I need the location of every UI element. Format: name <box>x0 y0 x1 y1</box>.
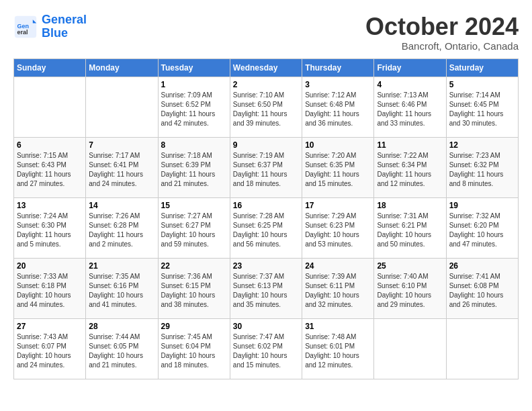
title-section: October 2024 Bancroft, Ontario, Canada <box>365 13 519 52</box>
day-info: Sunrise: 7:14 AMSunset: 6:45 PMDaylight:… <box>449 91 515 128</box>
day-number: 4 <box>377 80 443 89</box>
day-info: Sunrise: 7:09 AMSunset: 6:52 PMDaylight:… <box>161 91 227 128</box>
day-info: Sunrise: 7:37 AMSunset: 6:13 PMDaylight:… <box>233 272 299 310</box>
day-info: Sunrise: 7:41 AMSunset: 6:08 PMDaylight:… <box>449 272 515 310</box>
day-info: Sunrise: 7:23 AMSunset: 6:32 PMDaylight:… <box>449 151 515 189</box>
day-cell: 1 Sunrise: 7:09 AMSunset: 6:52 PMDayligh… <box>158 77 230 137</box>
day-number: 19 <box>449 201 515 210</box>
day-number: 27 <box>17 322 83 331</box>
day-cell: 30 Sunrise: 7:47 AMSunset: 6:02 PMDaylig… <box>230 318 302 379</box>
day-cell: 27 Sunrise: 7:43 AMSunset: 6:07 PMDaylig… <box>14 318 86 379</box>
day-cell: 15 Sunrise: 7:27 AMSunset: 6:27 PMDaylig… <box>158 197 230 258</box>
day-info: Sunrise: 7:43 AMSunset: 6:07 PMDaylight:… <box>17 332 83 370</box>
day-number: 29 <box>161 322 227 331</box>
day-info: Sunrise: 7:27 AMSunset: 6:27 PMDaylight:… <box>161 212 227 249</box>
day-cell: 9 Sunrise: 7:19 AMSunset: 6:37 PMDayligh… <box>230 137 302 197</box>
day-number: 21 <box>89 261 154 271</box>
day-number: 28 <box>89 322 154 331</box>
day-cell: 14 Sunrise: 7:26 AMSunset: 6:28 PMDaylig… <box>86 197 158 258</box>
day-info: Sunrise: 7:35 AMSunset: 6:16 PMDaylight:… <box>89 272 154 310</box>
day-info: Sunrise: 7:20 AMSunset: 6:35 PMDaylight:… <box>305 151 371 189</box>
day-number: 13 <box>17 201 83 210</box>
day-cell: 10 Sunrise: 7:20 AMSunset: 6:35 PMDaylig… <box>302 137 374 197</box>
week-row-5: 27 Sunrise: 7:43 AMSunset: 6:07 PMDaylig… <box>14 318 519 379</box>
day-number: 5 <box>449 80 515 89</box>
day-cell: 23 Sunrise: 7:37 AMSunset: 6:13 PMDaylig… <box>230 258 302 318</box>
day-cell: 29 Sunrise: 7:45 AMSunset: 6:04 PMDaylig… <box>158 318 230 379</box>
day-cell: 5 Sunrise: 7:14 AMSunset: 6:45 PMDayligh… <box>446 77 518 137</box>
day-cell: 24 Sunrise: 7:39 AMSunset: 6:11 PMDaylig… <box>302 258 374 318</box>
day-number: 26 <box>449 261 515 271</box>
day-number: 15 <box>161 201 227 210</box>
weekday-header-saturday: Saturday <box>446 58 518 77</box>
day-info: Sunrise: 7:10 AMSunset: 6:50 PMDaylight:… <box>233 91 299 128</box>
week-row-3: 13 Sunrise: 7:24 AMSunset: 6:30 PMDaylig… <box>14 197 519 258</box>
day-cell: 16 Sunrise: 7:28 AMSunset: 6:25 PMDaylig… <box>230 197 302 258</box>
day-cell: 25 Sunrise: 7:40 AMSunset: 6:10 PMDaylig… <box>374 258 446 318</box>
day-info: Sunrise: 7:24 AMSunset: 6:30 PMDaylight:… <box>17 212 83 249</box>
day-number: 18 <box>377 201 443 210</box>
day-number: 10 <box>305 140 371 150</box>
day-number: 7 <box>89 140 154 150</box>
day-number: 11 <box>377 140 443 150</box>
day-cell <box>14 77 86 137</box>
day-number: 8 <box>161 140 227 150</box>
day-cell: 21 Sunrise: 7:35 AMSunset: 6:16 PMDaylig… <box>86 258 158 318</box>
day-number: 17 <box>305 201 371 210</box>
day-info: Sunrise: 7:18 AMSunset: 6:39 PMDaylight:… <box>161 151 227 189</box>
weekday-header-friday: Friday <box>374 58 446 77</box>
header: Gen eral General Blue October 2024 Bancr… <box>13 13 519 52</box>
day-info: Sunrise: 7:47 AMSunset: 6:02 PMDaylight:… <box>233 332 299 370</box>
day-cell: 8 Sunrise: 7:18 AMSunset: 6:39 PMDayligh… <box>158 137 230 197</box>
day-cell: 6 Sunrise: 7:15 AMSunset: 6:43 PMDayligh… <box>14 137 86 197</box>
calendar-table: SundayMondayTuesdayWednesdayThursdayFrid… <box>13 58 519 379</box>
day-cell: 4 Sunrise: 7:13 AMSunset: 6:46 PMDayligh… <box>374 77 446 137</box>
day-info: Sunrise: 7:33 AMSunset: 6:18 PMDaylight:… <box>17 272 83 310</box>
svg-text:eral: eral <box>17 29 28 36</box>
day-number: 24 <box>305 261 371 271</box>
day-cell: 3 Sunrise: 7:12 AMSunset: 6:48 PMDayligh… <box>302 77 374 137</box>
day-number: 14 <box>89 201 154 210</box>
weekday-header-tuesday: Tuesday <box>158 58 230 77</box>
day-cell: 28 Sunrise: 7:44 AMSunset: 6:05 PMDaylig… <box>86 318 158 379</box>
day-cell: 26 Sunrise: 7:41 AMSunset: 6:08 PMDaylig… <box>446 258 518 318</box>
day-cell <box>374 318 446 379</box>
day-info: Sunrise: 7:36 AMSunset: 6:15 PMDaylight:… <box>161 272 227 310</box>
day-cell: 17 Sunrise: 7:29 AMSunset: 6:23 PMDaylig… <box>302 197 374 258</box>
weekday-header-wednesday: Wednesday <box>230 58 302 77</box>
day-number: 3 <box>305 80 371 89</box>
day-cell: 18 Sunrise: 7:31 AMSunset: 6:21 PMDaylig… <box>374 197 446 258</box>
day-info: Sunrise: 7:17 AMSunset: 6:41 PMDaylight:… <box>89 151 154 189</box>
logo: Gen eral General Blue <box>13 13 87 40</box>
day-cell: 22 Sunrise: 7:36 AMSunset: 6:15 PMDaylig… <box>158 258 230 318</box>
month-title: October 2024 <box>365 13 519 40</box>
day-cell: 20 Sunrise: 7:33 AMSunset: 6:18 PMDaylig… <box>14 258 86 318</box>
day-info: Sunrise: 7:32 AMSunset: 6:20 PMDaylight:… <box>449 212 515 249</box>
day-info: Sunrise: 7:28 AMSunset: 6:25 PMDaylight:… <box>233 212 299 249</box>
day-info: Sunrise: 7:19 AMSunset: 6:37 PMDaylight:… <box>233 151 299 189</box>
day-number: 12 <box>449 140 515 150</box>
day-info: Sunrise: 7:45 AMSunset: 6:04 PMDaylight:… <box>161 332 227 370</box>
day-info: Sunrise: 7:26 AMSunset: 6:28 PMDaylight:… <box>89 212 154 249</box>
day-cell <box>446 318 518 379</box>
logo-text: General Blue <box>42 13 87 40</box>
weekday-header-monday: Monday <box>86 58 158 77</box>
day-cell: 12 Sunrise: 7:23 AMSunset: 6:32 PMDaylig… <box>446 137 518 197</box>
day-cell: 11 Sunrise: 7:22 AMSunset: 6:34 PMDaylig… <box>374 137 446 197</box>
day-cell: 2 Sunrise: 7:10 AMSunset: 6:50 PMDayligh… <box>230 77 302 137</box>
day-number: 22 <box>161 261 227 271</box>
day-number: 25 <box>377 261 443 271</box>
day-number: 6 <box>17 140 83 150</box>
day-info: Sunrise: 7:13 AMSunset: 6:46 PMDaylight:… <box>377 91 443 128</box>
day-info: Sunrise: 7:31 AMSunset: 6:21 PMDaylight:… <box>377 212 443 249</box>
week-row-4: 20 Sunrise: 7:33 AMSunset: 6:18 PMDaylig… <box>14 258 519 318</box>
week-row-1: 1 Sunrise: 7:09 AMSunset: 6:52 PMDayligh… <box>14 77 519 137</box>
day-cell <box>86 77 158 137</box>
logo-icon: Gen eral <box>13 15 38 39</box>
day-cell: 19 Sunrise: 7:32 AMSunset: 6:20 PMDaylig… <box>446 197 518 258</box>
day-info: Sunrise: 7:12 AMSunset: 6:48 PMDaylight:… <box>305 91 371 128</box>
day-info: Sunrise: 7:40 AMSunset: 6:10 PMDaylight:… <box>377 272 443 310</box>
day-number: 31 <box>305 322 371 331</box>
day-number: 20 <box>17 261 83 271</box>
day-cell: 31 Sunrise: 7:48 AMSunset: 6:01 PMDaylig… <box>302 318 374 379</box>
